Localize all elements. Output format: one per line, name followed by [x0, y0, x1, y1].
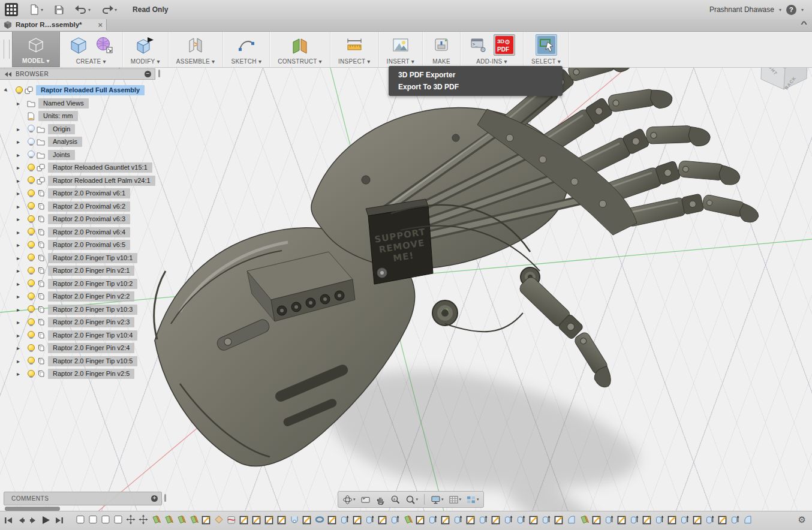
- browser-item-raptor-2-0-finger-pin-v2-2[interactable]: ▸Raptor 2.0 Finger Pin v2:2: [0, 290, 162, 303]
- timeline-feature-extrude-icon[interactable]: [365, 514, 375, 525]
- display-settings-button[interactable]: ▾: [429, 493, 446, 506]
- collapsed-arrow-icon[interactable]: ▸: [17, 190, 27, 197]
- browser-item-label[interactable]: Raptor 2.0 Finger Pin v2:2: [48, 291, 134, 302]
- visibility-bulb-icon[interactable]: [27, 215, 37, 224]
- insert-image-icon[interactable]: [390, 34, 411, 56]
- ribbon-group-construct[interactable]: CONSTRUCT ▾: [270, 31, 330, 67]
- visibility-bulb-icon[interactable]: [27, 318, 37, 327]
- expanded-arrow-icon[interactable]: ▸: [5, 86, 15, 94]
- ribbon-group-model[interactable]: MODEL ▾: [12, 31, 60, 67]
- collapsed-arrow-icon[interactable]: ▸: [17, 319, 27, 326]
- visibility-bulb-icon[interactable]: [27, 241, 37, 249]
- browser-item-raptor-2-0-finger-pin-v2-1[interactable]: ▸Raptor 2.0 Finger Pin v2:1: [0, 264, 162, 278]
- browser-item-label[interactable]: Raptor Reloaded Gauntlet v15:1: [48, 162, 152, 173]
- timeline-feature-extrude-icon[interactable]: [479, 514, 488, 525]
- browser-item-label[interactable]: Raptor 2.0 Proximal v6:3: [48, 214, 130, 224]
- browser-item-joints[interactable]: ▸Joints: [0, 149, 162, 162]
- timeline-feature-sketch-icon[interactable]: [693, 514, 702, 525]
- browser-item-origin[interactable]: ▸Origin: [0, 123, 162, 136]
- browser-item-raptor-2-0-finger-pin-v2-4[interactable]: ▸Raptor 2.0 Finger Pin v2:4: [0, 342, 162, 355]
- timeline-feature-sketch-icon[interactable]: [718, 514, 727, 525]
- timeline-settings-gear-icon[interactable]: ⚙: [798, 514, 806, 525]
- timeline-feature-revolve-icon[interactable]: [290, 514, 299, 525]
- timeline-feature-plane-icon[interactable]: [151, 514, 161, 525]
- timeline-feature-extrude-icon[interactable]: [504, 514, 513, 525]
- undo-button[interactable]: ▾: [75, 5, 91, 14]
- browser-panel-header[interactable]: BROWSER −: [0, 68, 155, 80]
- collapsed-arrow-icon[interactable]: ▸: [17, 345, 27, 351]
- timeline-feature-sketch-icon[interactable]: [592, 514, 602, 525]
- document-tab[interactable]: Raptor R…ssembly* ×: [0, 19, 107, 31]
- timeline-feature-plane-icon[interactable]: [189, 514, 199, 525]
- ribbon-group-modify[interactable]: MODIFY ▾: [123, 31, 169, 67]
- browser-item-label[interactable]: Raptor 2.0 Finger Pin v2:3: [48, 317, 134, 327]
- look-at-button[interactable]: [359, 493, 372, 506]
- collapse-panel-icon[interactable]: [5, 72, 12, 77]
- grid-display-button[interactable]: ▾: [447, 493, 464, 506]
- timeline-feature-extrude-icon[interactable]: [705, 514, 715, 525]
- browser-item-raptor-2-0-finger-tip-v10-2[interactable]: ▸Raptor 2.0 Finger Tip v10:2: [0, 278, 162, 291]
- user-caret-icon[interactable]: ▾: [779, 7, 781, 13]
- visibility-bulb-icon[interactable]: [27, 202, 37, 210]
- tooltip-subtitle[interactable]: Export To 3D PDF: [389, 81, 563, 93]
- collapsed-arrow-icon[interactable]: ▸: [17, 358, 27, 365]
- timeline-feature-plane-icon[interactable]: [403, 514, 413, 525]
- collapsed-arrow-icon[interactable]: ▸: [17, 216, 27, 222]
- ribbon-group-create[interactable]: CREATE ▾: [60, 31, 123, 67]
- browser-resize-handle[interactable]: [158, 70, 160, 77]
- browser-item-label[interactable]: Units: mm: [38, 111, 78, 121]
- collapsed-arrow-icon[interactable]: ▸: [17, 138, 27, 145]
- timeline-feature-sketch-icon[interactable]: [441, 514, 450, 525]
- browser-item-raptor-2-0-finger-tip-v10-5[interactable]: ▸Raptor 2.0 Finger Tip v10:5: [0, 355, 162, 368]
- visibility-bulb-icon[interactable]: [27, 279, 37, 288]
- ribbon-group-assemble[interactable]: ASSEMBLE ▾: [169, 31, 224, 67]
- addins-scripts-icon[interactable]: >_⚙: [468, 34, 490, 56]
- browser-item-raptor-2-0-finger-tip-v10-3[interactable]: ▸Raptor 2.0 Finger Tip v10:3: [0, 303, 162, 317]
- timeline-feature-component-icon[interactable]: [88, 514, 98, 525]
- browser-item-label[interactable]: Raptor 2.0 Finger Tip v10:4: [48, 330, 137, 341]
- browser-item-raptor-reloaded-full-assembly[interactable]: ▸Raptor Reloaded Full Assembly: [0, 84, 162, 97]
- browser-item-label[interactable]: Raptor 2.0 Proximal v6:4: [48, 227, 130, 237]
- timeline-feature-sketch-icon[interactable]: [202, 514, 211, 525]
- visibility-bulb-icon[interactable]: [27, 125, 37, 133]
- timeline-feature-sketch-icon[interactable]: [327, 514, 337, 525]
- timeline-feature-sketch-icon[interactable]: [378, 514, 387, 525]
- browser-item-label[interactable]: Raptor Reloaded Left Palm v24:1: [48, 176, 155, 186]
- browser-item-named-views[interactable]: ▸Named Views: [0, 97, 162, 110]
- timeline-feature-component-icon[interactable]: [101, 514, 110, 525]
- ribbon-group-inspect[interactable]: INSPECT ▾: [330, 31, 379, 67]
- thumb-group[interactable]: [507, 267, 628, 394]
- timeline-feature-loft-icon[interactable]: [214, 514, 224, 525]
- browser-item-label[interactable]: Raptor 2.0 Finger Pin v2:1: [48, 266, 134, 276]
- browser-item-label[interactable]: Named Views: [38, 98, 89, 109]
- timeline-feature-extrude-icon[interactable]: [655, 514, 664, 525]
- visibility-bulb-icon[interactable]: [27, 164, 37, 172]
- timeline-feature-extrude-icon[interactable]: [630, 514, 639, 525]
- collapsed-arrow-icon[interactable]: ▸: [17, 152, 27, 158]
- go-to-start-button[interactable]: [4, 516, 14, 525]
- browser-item-label[interactable]: Raptor 2.0 Finger Tip v10:2: [48, 279, 137, 289]
- collapsed-arrow-icon[interactable]: ▸: [17, 255, 27, 261]
- modify-press-icon[interactable]: [134, 34, 156, 56]
- timeline-feature-plane-icon[interactable]: [176, 514, 186, 525]
- visibility-bulb-icon[interactable]: [27, 293, 37, 301]
- browser-item-label[interactable]: Raptor 2.0 Proximal v6:5: [48, 240, 130, 250]
- collapsed-arrow-icon[interactable]: ▸: [17, 126, 27, 132]
- browser-item-label[interactable]: Raptor 2.0 Finger Tip v10:5: [48, 356, 137, 366]
- browser-minus-icon[interactable]: −: [145, 71, 151, 77]
- timeline-feature-component-icon[interactable]: [76, 514, 85, 525]
- support-block[interactable]: SUPPORT REMOVE ME!: [366, 199, 433, 284]
- browser-item-units-mm[interactable]: Units: mm: [0, 110, 162, 123]
- timeline-feature-sketch-icon[interactable]: [642, 514, 652, 525]
- create-cube-icon[interactable]: [68, 34, 89, 56]
- timeline-feature-torus-icon[interactable]: [315, 514, 324, 525]
- collapsed-arrow-icon[interactable]: ▸: [17, 332, 27, 339]
- assemble-panels-icon[interactable]: [185, 34, 206, 56]
- visibility-bulb-icon[interactable]: [27, 228, 37, 236]
- timeline-feature-sketch-icon[interactable]: [277, 514, 287, 525]
- timeline-feature-extrude-icon[interactable]: [605, 514, 614, 525]
- visibility-bulb-icon[interactable]: [27, 331, 37, 339]
- visibility-bulb-icon[interactable]: [27, 305, 37, 314]
- timeline-feature-sketch-icon[interactable]: [264, 514, 274, 525]
- timeline-scrollbar[interactable]: [5, 507, 60, 511]
